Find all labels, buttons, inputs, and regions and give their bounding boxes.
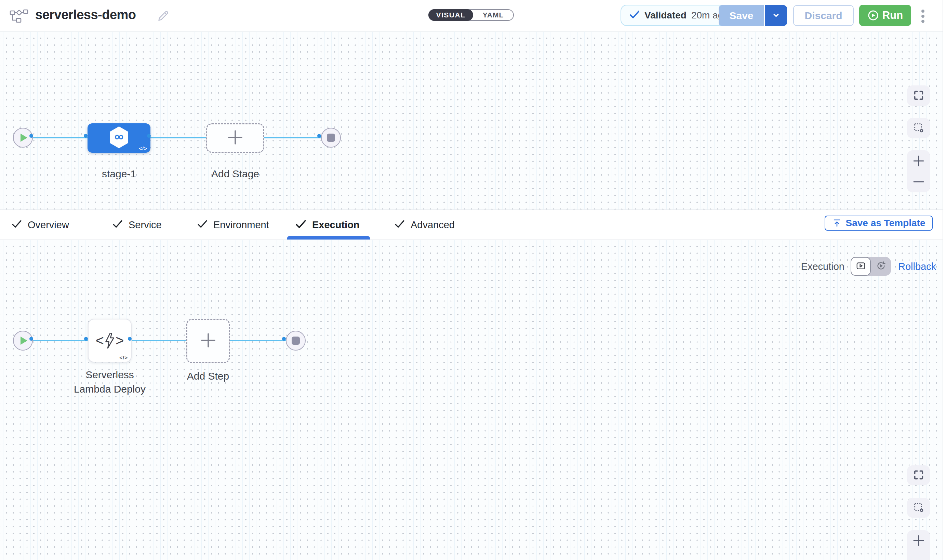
check-icon (296, 220, 306, 230)
execution-preview-icon (856, 261, 866, 272)
stage-deploy-icon: ∞ (108, 126, 129, 150)
connector-dot (84, 337, 88, 341)
stage-name-label: stage-1 (88, 167, 150, 181)
serverless-lambda-icon: < > (96, 333, 124, 349)
zoom-in-button[interactable] (907, 150, 930, 172)
step-edge-line (33, 340, 286, 342)
zoom-in-button[interactable] (907, 530, 930, 551)
toggle-visual[interactable]: VISUAL (428, 9, 473, 21)
execution-mode-segment[interactable] (850, 257, 871, 276)
pipeline-end-node (321, 128, 341, 148)
tab-overview[interactable]: Overview (12, 210, 69, 240)
check-icon (12, 220, 22, 229)
execution-start-node (13, 331, 33, 351)
start-play-icon (20, 337, 27, 345)
connector-dot (128, 337, 132, 341)
check-icon (629, 11, 640, 20)
page-title: serverless-demo (35, 8, 136, 22)
tab-execution[interactable]: Execution (296, 210, 360, 240)
add-stage-label: Add Stage (206, 167, 264, 181)
stop-icon (327, 134, 335, 142)
connector-dot (317, 134, 321, 138)
validated-status: Validated (644, 10, 687, 21)
check-icon (395, 220, 404, 229)
add-stage-button[interactable] (206, 123, 264, 153)
scrollbar-gutter (943, 0, 946, 560)
selection-button[interactable] (907, 498, 930, 518)
add-step-label: Add Step (186, 369, 230, 383)
execution-end-node (286, 331, 306, 351)
save-template-icon (832, 218, 842, 228)
check-icon (113, 220, 122, 229)
tab-service[interactable]: Service (113, 210, 162, 240)
execution-rollback-toggle (850, 257, 891, 276)
add-step-button[interactable] (186, 319, 230, 363)
rollback-mode-segment[interactable] (871, 257, 891, 276)
save-split-button: Save (719, 5, 787, 26)
tab-environment[interactable]: Environment (197, 210, 269, 240)
zoom-out-button[interactable] (907, 172, 930, 193)
edit-title-button[interactable] (156, 9, 171, 24)
active-tab-underline (287, 236, 370, 240)
plus-icon (227, 129, 243, 146)
stage-tabbar: Overview Service Environment Execution A… (0, 209, 946, 240)
save-button[interactable]: Save (719, 5, 764, 26)
toggle-yaml[interactable]: YAML (473, 10, 513, 20)
tab-advanced[interactable]: Advanced (395, 210, 455, 240)
execution-canvas[interactable]: Execution Rollback < (0, 240, 946, 560)
serverless-step-node[interactable]: < > </> (88, 319, 132, 363)
discard-button[interactable]: Discard (793, 5, 854, 26)
fullscreen-button[interactable] (907, 465, 930, 485)
svg-text:∞: ∞ (114, 129, 123, 143)
plus-icon (200, 332, 216, 349)
stage-code-badge-icon: </> (139, 146, 147, 151)
stage-edge-line (33, 137, 321, 138)
connector-dot (147, 134, 151, 138)
stage-canvas[interactable]: ∞ </> stage-1 Add Stage (0, 32, 946, 209)
run-label: Run (883, 9, 903, 22)
pipeline-start-node (13, 128, 33, 148)
stop-icon (292, 337, 300, 345)
more-options-button[interactable] (917, 7, 929, 25)
chevron-down-icon (771, 10, 781, 21)
start-play-icon (20, 134, 27, 142)
header: serverless-demo VISUAL YAML Validated 20… (0, 0, 946, 32)
connector-dot (282, 337, 286, 341)
pipeline-icon (9, 9, 29, 24)
marquee-select-icon (913, 502, 924, 514)
zoom-controls (907, 530, 930, 560)
visual-yaml-toggle: VISUAL YAML (428, 9, 514, 21)
run-button[interactable]: Run (859, 5, 911, 26)
rollback-icon (876, 261, 886, 272)
run-play-icon (867, 9, 879, 21)
fullscreen-icon (913, 89, 924, 102)
pencil-icon (156, 19, 170, 24)
connector-dot (84, 134, 88, 138)
marquee-select-icon (913, 122, 924, 135)
check-icon (197, 220, 207, 229)
execution-mode-label: Execution (797, 261, 844, 272)
rollback-link[interactable]: Rollback (898, 261, 936, 272)
selection-button[interactable] (907, 118, 930, 138)
kebab-icon (921, 9, 924, 13)
step-code-badge-icon: </> (119, 355, 128, 360)
step-name-label: Serverless Lambda Deploy (72, 368, 147, 396)
connector-dot (29, 337, 33, 341)
save-dropdown-button[interactable] (764, 5, 787, 26)
connector-dot (29, 134, 33, 138)
zoom-out-button[interactable] (907, 551, 930, 560)
stage-node[interactable]: ∞ </> (88, 123, 150, 153)
fullscreen-button[interactable] (907, 85, 930, 106)
fullscreen-icon (913, 469, 924, 482)
zoom-controls (907, 150, 930, 192)
save-as-template-button[interactable]: Save as Template (824, 215, 933, 231)
